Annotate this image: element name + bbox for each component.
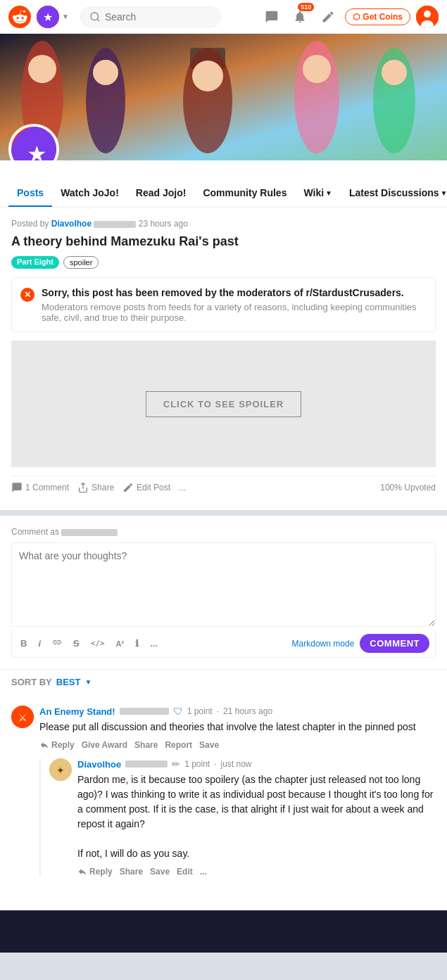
superscript-button[interactable]: A² bbox=[113, 638, 127, 649]
commenter-flair-1 bbox=[120, 708, 169, 715]
svg-text:⚔: ⚔ bbox=[18, 712, 27, 723]
comment-score-2: 1 point bbox=[184, 759, 210, 769]
get-coins-button[interactable]: ⬡ Get Coins bbox=[345, 8, 410, 25]
report-action-1[interactable]: Report bbox=[165, 740, 192, 750]
comment-body-2: Diavolhoe ✏ 1 point · just now Pardon me… bbox=[77, 758, 436, 877]
comment-meta-1: An Enemy Stand! 🛡 1 point · 21 hours ago bbox=[39, 706, 436, 717]
tab-posts[interactable]: Posts bbox=[8, 180, 52, 207]
search-input[interactable] bbox=[105, 11, 212, 23]
comment-text-2: Pardon me, is it because too spoilery (a… bbox=[77, 772, 436, 861]
reply-action-2[interactable]: Reply bbox=[77, 867, 113, 877]
svg-point-9 bbox=[28, 55, 56, 83]
flair-part-eight[interactable]: Part Eight bbox=[11, 256, 59, 269]
save-action-1[interactable]: Save bbox=[199, 740, 219, 750]
share-action-1[interactable]: Share bbox=[134, 740, 158, 750]
save-action-2[interactable]: Save bbox=[150, 867, 170, 877]
commenter-avatar-1[interactable]: ⚔ bbox=[11, 706, 34, 728]
more-action[interactable]: ... bbox=[179, 483, 186, 492]
post-author[interactable]: Diavolhoe bbox=[51, 219, 92, 229]
removal-notice: ✕ Sorry, this post has been removed by t… bbox=[11, 277, 436, 332]
header-actions: 510 ⬡ Get Coins bbox=[260, 6, 439, 28]
notification-badge: 510 bbox=[298, 3, 314, 11]
give-award-action-1[interactable]: Give Award bbox=[82, 740, 127, 750]
italic-button[interactable]: i bbox=[35, 637, 44, 650]
spoiler-button[interactable]: CLICK TO SEE SPOILER bbox=[146, 391, 301, 417]
sort-dropdown-arrow[interactable]: ▼ bbox=[84, 678, 92, 686]
notification-button[interactable]: 510 bbox=[289, 6, 311, 28]
subreddit-avatar[interactable]: ★ bbox=[8, 124, 59, 160]
post-actions: 1 Comment Share Edit Post ... 100% Upvot… bbox=[11, 476, 436, 499]
more-action-2[interactable]: ... bbox=[200, 867, 207, 877]
chat-button[interactable] bbox=[260, 6, 283, 28]
user-avatar[interactable] bbox=[416, 6, 439, 28]
comment-input[interactable] bbox=[11, 542, 436, 627]
header: ★ ▼ 510 ⬡ bbox=[0, 0, 447, 34]
upvote-percentage: 100% Upvoted bbox=[380, 483, 436, 492]
wiki-dropdown-arrow: ▼ bbox=[325, 189, 332, 197]
markdown-mode-button[interactable]: Markdown mode bbox=[292, 639, 355, 649]
tab-community-rules[interactable]: Community Rules bbox=[194, 180, 295, 207]
post-meta: Posted by Diavolhoe 23 hours ago bbox=[11, 219, 436, 229]
comment-submit-button[interactable]: COMMENT bbox=[360, 634, 429, 653]
share-action[interactable]: Share bbox=[77, 482, 114, 493]
reddit-logo[interactable] bbox=[8, 6, 31, 28]
svg-text:★: ★ bbox=[27, 141, 47, 160]
strikethrough-button[interactable]: S bbox=[70, 637, 82, 650]
toolbar-more-button[interactable]: ... bbox=[147, 637, 160, 650]
svg-point-11 bbox=[93, 60, 118, 85]
flair-spoiler[interactable]: spoiler bbox=[63, 256, 99, 269]
tab-read-jojo[interactable]: Read Jojo! bbox=[127, 180, 195, 207]
comment-time-2: just now bbox=[221, 759, 252, 769]
notification-icon bbox=[293, 10, 307, 24]
share-icon bbox=[77, 482, 89, 493]
pencil-icon-2: ✏ bbox=[172, 758, 180, 770]
subreddit-banner: ★ bbox=[0, 34, 447, 160]
avatar-icon-2: ✦ bbox=[49, 758, 72, 781]
comment-username-1[interactable]: An Enemy Stand! bbox=[39, 706, 115, 717]
reply-icon-2 bbox=[77, 867, 87, 877]
compose-button[interactable] bbox=[317, 6, 339, 28]
latest-discussions-dropdown-arrow: ▼ bbox=[441, 189, 447, 197]
comment-username-2[interactable]: Diavolhoe bbox=[77, 759, 121, 770]
svg-text:✦: ✦ bbox=[56, 765, 65, 776]
share-action-2[interactable]: Share bbox=[120, 867, 143, 877]
search-box[interactable] bbox=[80, 6, 221, 27]
info-button[interactable]: ℹ bbox=[132, 637, 141, 650]
subreddit-icon[interactable]: ★ bbox=[37, 6, 59, 28]
chat-icon bbox=[265, 10, 279, 24]
author-flair bbox=[94, 221, 136, 228]
comment-actions-2: Reply Share Save Edit ... bbox=[77, 867, 436, 877]
tab-latest-discussions[interactable]: Latest Discussions ▼ bbox=[341, 180, 447, 207]
banner-art bbox=[0, 34, 447, 160]
comment-icon bbox=[11, 482, 23, 493]
removal-text: Sorry, this post has been removed by the… bbox=[42, 286, 427, 323]
comment-item: ⚔ An Enemy Stand! 🛡 1 point · 21 hours a… bbox=[11, 706, 436, 888]
code-button[interactable]: </> bbox=[88, 637, 108, 649]
comment-time-1: 21 hours ago bbox=[223, 706, 272, 716]
tab-watch-jojo[interactable]: Watch JoJo! bbox=[52, 180, 127, 207]
tab-wiki[interactable]: Wiki ▼ bbox=[295, 180, 341, 207]
coin-icon: ⬡ bbox=[353, 12, 360, 22]
edit-action-2[interactable]: Edit bbox=[177, 867, 193, 877]
comment-meta-2: Diavolhoe ✏ 1 point · just now bbox=[77, 758, 436, 770]
pencil-icon bbox=[321, 10, 335, 24]
bold-button[interactable]: B bbox=[18, 637, 30, 650]
subreddit-dropdown-arrow[interactable]: ▼ bbox=[62, 13, 69, 20]
comment-text-1: Please put all discussion and theories t… bbox=[39, 720, 436, 734]
sort-value[interactable]: BEST bbox=[56, 677, 81, 687]
edit-action[interactable]: Edit Post bbox=[122, 482, 170, 493]
avatar-icon: ⚔ bbox=[11, 706, 34, 728]
commenter-avatar-2[interactable]: ✦ bbox=[49, 758, 72, 781]
mod-shield-icon: 🛡 bbox=[173, 706, 183, 717]
link-button[interactable] bbox=[49, 636, 65, 651]
reply-action-1[interactable]: Reply bbox=[39, 740, 75, 750]
post-title: A theory behind Mamezuku Rai's past bbox=[11, 234, 436, 249]
comment-toolbar: B i S </> A² ℹ ... Markdown mode COMMENT bbox=[11, 630, 436, 658]
post-flairs: Part Eight spoiler bbox=[11, 256, 99, 269]
spoiler-area[interactable]: CLICK TO SEE SPOILER bbox=[11, 341, 436, 467]
comment-actions-1: Reply Give Award Share Report Save bbox=[39, 740, 436, 750]
nested-comment-container: ✦ Diavolhoe ✏ 1 point · just now Pardon … bbox=[39, 758, 436, 877]
reply-icon bbox=[39, 740, 49, 750]
comments-action[interactable]: 1 Comment bbox=[11, 482, 69, 493]
svg-point-16 bbox=[303, 55, 331, 83]
